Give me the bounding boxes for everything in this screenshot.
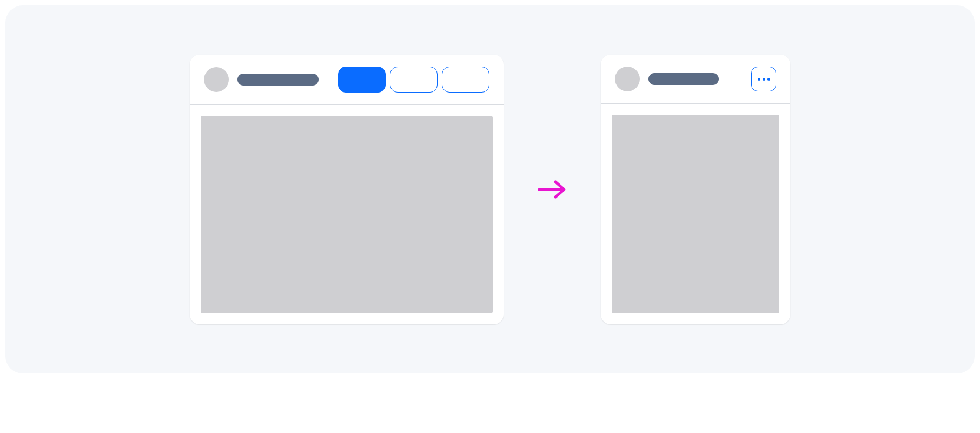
more-horizontal-icon: [767, 78, 770, 81]
outline-button-1[interactable]: [390, 67, 438, 93]
avatar-placeholder: [615, 67, 640, 91]
content-placeholder: [201, 116, 493, 313]
card-wide-header: [190, 55, 504, 105]
outline-button-2[interactable]: [442, 67, 489, 93]
card-narrow-body: [601, 104, 790, 324]
primary-button[interactable]: [338, 67, 386, 93]
card-narrow: [601, 55, 790, 324]
card-wide-body: [190, 105, 504, 324]
card-wide: [190, 55, 504, 324]
more-horizontal-icon: [758, 78, 760, 81]
button-group: [338, 67, 489, 93]
title-placeholder: [237, 74, 319, 86]
content-placeholder: [612, 115, 779, 313]
more-button[interactable]: [751, 67, 776, 91]
avatar-placeholder: [204, 67, 229, 92]
diagram-canvas: [5, 5, 975, 373]
card-narrow-header: [601, 55, 790, 104]
arrow-right-icon: [536, 178, 568, 201]
title-placeholder: [648, 73, 719, 85]
more-horizontal-icon: [763, 78, 765, 81]
